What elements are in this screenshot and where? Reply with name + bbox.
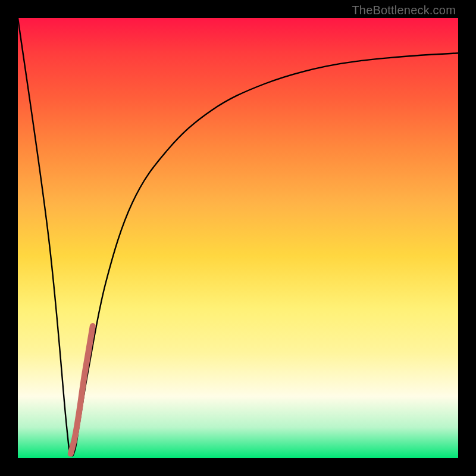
red-highlight-segment	[71, 326, 93, 454]
watermark-text: TheBottleneck.com	[352, 4, 456, 17]
plot-area	[18, 18, 458, 458]
chart-svg	[18, 18, 458, 458]
chart-container: TheBottleneck.com	[0, 0, 476, 476]
